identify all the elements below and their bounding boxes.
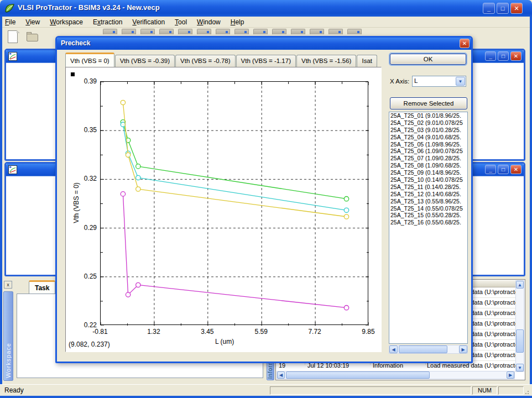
precheck-titlebar[interactable]: Precheck ✕ [57, 38, 471, 50]
list-item[interactable]: 25A_T25_08 (1.09/0.68/25. [389, 162, 467, 169]
list-item[interactable]: 25A_T25_02 (9.01/0.078/25 [389, 119, 467, 127]
menu-tool[interactable]: Tool [170, 17, 192, 28]
list-item[interactable]: 25A_T25_12 (0.14/0.68/25. [389, 191, 467, 198]
y-tick-label: 0.32 [66, 175, 97, 182]
workspace-tab-label: Workspace [5, 343, 12, 378]
cursor-readout: (9.082, 0.237) [69, 341, 110, 348]
tab-task[interactable]: Task [29, 280, 55, 294]
device-listbox[interactable]: 25A_T25_01 (9.01/8.96/25.25A_T25_02 (9.0… [389, 112, 468, 344]
toolbar-icon[interactable] [291, 29, 305, 34]
list-item[interactable]: 25A_T25_11 (0.14/0.28/25. [389, 184, 467, 191]
toolbar-icon[interactable] [140, 29, 155, 34]
window-title: VLSI ProTractor - BSIM3 v3.24 - New.vecp [18, 3, 160, 12]
workspace-tab[interactable]: Workspace [3, 291, 13, 381]
log-hscrollbar[interactable]: ◀ ▶ [277, 371, 515, 379]
scroll-left-icon[interactable]: ◀ [277, 371, 285, 379]
toolbar-icon[interactable] [103, 29, 117, 34]
plot-area[interactable] [100, 81, 368, 325]
y-tick-label: 0.25 [66, 273, 97, 280]
scroll-right-icon[interactable]: ▶ [507, 371, 514, 379]
list-item[interactable]: 25A_T25_05 (1.09/8.96/25. [389, 141, 467, 148]
minimize-button[interactable]: _ [483, 3, 495, 14]
scroll-up-icon[interactable]: ▲ [516, 281, 524, 289]
ok-button[interactable]: OK [390, 54, 466, 65]
x-tick-label: 1.32 [139, 328, 168, 336]
window-edge-left [0, 17, 2, 396]
list-item[interactable]: 25A_T25_16 (0.55/0.68/25. [389, 219, 467, 226]
tab-isat[interactable]: Isat [357, 55, 377, 67]
list-item[interactable]: 25A_T25_14 (0.55/0.078/25 [389, 205, 467, 212]
status-num: NUM [472, 386, 497, 395]
list-item[interactable]: 25A_T25_15 (0.55/0.28/25. [389, 212, 467, 219]
main-titlebar[interactable]: VLSI ProTractor - BSIM3 v3.24 - New.vecp… [0, 0, 532, 17]
log-hscroll-thumb[interactable] [286, 371, 430, 379]
x-axis-label: X Axis: [390, 78, 409, 85]
list-hscrollbar[interactable]: ◀ ▶ [389, 345, 468, 354]
list-item[interactable]: 25A_T25_01 (9.01/8.96/25. [389, 112, 467, 119]
list-hscroll-thumb[interactable] [399, 345, 447, 353]
scroll-down-icon[interactable]: ▼ [516, 364, 524, 371]
child1-close-button[interactable]: ✕ [510, 51, 521, 61]
tab-vth-vbs--0.39-[interactable]: Vth (VBS = -0.39) [115, 55, 175, 67]
list-item[interactable]: 25A_T25_04 (9.01/0.68/25. [389, 134, 467, 141]
toolbar-icon[interactable] [159, 29, 174, 34]
child2-maximize-button[interactable]: □ [498, 165, 509, 174]
child2-close-button[interactable]: ✕ [510, 165, 521, 174]
toolbar-icon[interactable] [272, 29, 286, 34]
precheck-close-icon[interactable]: ✕ [460, 39, 470, 48]
child1-minimize-button[interactable]: _ [485, 51, 496, 61]
child2-minimize-button[interactable]: _ [485, 165, 496, 174]
scroll-left-icon[interactable]: ◀ [389, 345, 398, 353]
resize-grip[interactable] [525, 389, 530, 395]
list-item[interactable]: 25A_T25_06 (1.09/0.078/25 [389, 148, 467, 155]
new-document-icon[interactable] [6, 30, 20, 44]
chart-window-icon [8, 52, 17, 61]
maximize-button[interactable]: □ [497, 3, 509, 14]
toolbar-icon[interactable] [328, 29, 343, 34]
child1-maximize-button[interactable]: □ [498, 51, 509, 61]
toolbar-icon[interactable] [216, 29, 230, 34]
precheck-tabs: Vth (VBS = 0)Vth (VBS = -0.39)Vth (VBS =… [65, 53, 378, 67]
tab-vth-vbs-0-[interactable]: Vth (VBS = 0) [65, 53, 114, 67]
list-item[interactable]: 25A_T25_13 (0.55/8.96/25. [389, 198, 467, 205]
tab-vth-vbs--1.17-[interactable]: Vth (VBS = -1.17) [236, 55, 296, 67]
toolbar-icon[interactable] [310, 29, 324, 34]
toolbar-icon[interactable] [234, 29, 249, 34]
menu-file[interactable]: File [0, 17, 20, 28]
close-button[interactable]: ✕ [510, 3, 523, 14]
menu-help[interactable]: Help [226, 17, 249, 28]
open-folder-icon[interactable] [25, 30, 40, 44]
list-item[interactable]: 25A_T25_03 (9.01/0.28/25. [389, 127, 467, 134]
precheck-dialog: Precheck ✕ Vth (VBS = 0)Vth (VBS = -0.39… [55, 36, 473, 363]
tab-vth-vbs--0.78-[interactable]: Vth (VBS = -0.78) [175, 55, 235, 67]
toolbar-icon[interactable] [347, 29, 362, 34]
menu-view[interactable]: View [20, 17, 45, 28]
tab-vth-vbs--1.56-[interactable]: Vth (VBS = -1.56) [296, 55, 356, 67]
y-tick-label: 0.35 [66, 126, 97, 134]
menu-workspace[interactable]: Workspace [45, 17, 88, 28]
toolbar-icon[interactable] [253, 29, 268, 34]
menu-extraction[interactable]: Extraction [88, 17, 127, 28]
menu-verification[interactable]: Verification [127, 17, 170, 28]
scroll-right-icon[interactable]: ▶ [459, 345, 467, 353]
menu-window[interactable]: Window [192, 17, 226, 28]
list-item[interactable]: 25A_T25_09 (0.14/8.96/25. [389, 169, 467, 176]
precheck-title: Precheck [61, 39, 90, 47]
close-panel-icon[interactable]: x [4, 281, 12, 289]
status-bar: Ready NUM [0, 384, 532, 396]
x-axis-combobox[interactable]: L ▼ [412, 76, 466, 87]
y-tick-label: 0.39 [66, 77, 97, 85]
remove-selected-button[interactable]: Remove Selected [390, 97, 467, 109]
list-item[interactable]: 25A_T25_07 (1.09/0.28/25. [389, 155, 467, 162]
workspace-dock: x Workspace [3, 279, 14, 381]
toolbar-icon[interactable] [122, 29, 136, 34]
status-ready: Ready [4, 386, 24, 394]
toolbar-icon[interactable] [178, 29, 192, 34]
x-tick-label: -0.81 [86, 328, 114, 336]
toolbar-icon[interactable] [197, 29, 211, 34]
list-item[interactable]: 25A_T25_10 (0.14/0.078/25 [389, 176, 467, 184]
log-vscroll-thumb[interactable] [516, 329, 524, 353]
chevron-down-icon[interactable]: ▼ [456, 77, 465, 86]
log-vscrollbar[interactable]: ▲ ▼ [515, 280, 524, 372]
status-pane-1 [270, 386, 471, 395]
